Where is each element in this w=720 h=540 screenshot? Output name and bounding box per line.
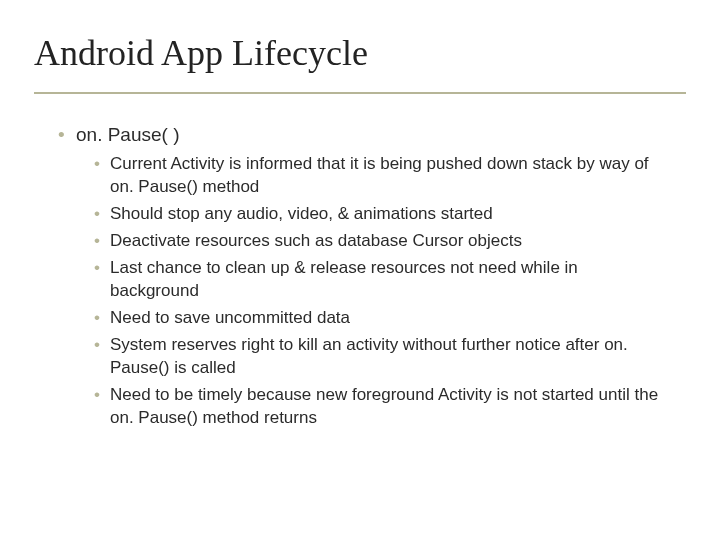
list-item-label: System reserves right to kill an activit… <box>110 335 628 377</box>
list-item: Current Activity is informed that it is … <box>94 153 670 199</box>
list-item-label: Last chance to clean up & release resour… <box>110 258 578 300</box>
list-item: Need to be timely because new foreground… <box>94 384 670 430</box>
list-item-label: on. Pause( ) <box>76 124 180 145</box>
list-item: Need to save uncommitted data <box>94 307 670 330</box>
bullet-list-level1: on. Pause( ) Current Activity is informe… <box>58 122 670 430</box>
list-item: System reserves right to kill an activit… <box>94 334 670 380</box>
slide-body: on. Pause( ) Current Activity is informe… <box>0 94 720 430</box>
list-item-label: Need to be timely because new foreground… <box>110 385 658 427</box>
list-item: Should stop any audio, video, & animatio… <box>94 203 670 226</box>
list-item: Deactivate resources such as database Cu… <box>94 230 670 253</box>
list-item: Last chance to clean up & release resour… <box>94 257 670 303</box>
list-item-label: Current Activity is informed that it is … <box>110 154 649 196</box>
list-item-label: Should stop any audio, video, & animatio… <box>110 204 493 223</box>
list-item: on. Pause( ) Current Activity is informe… <box>58 122 670 430</box>
list-item-label: Need to save uncommitted data <box>110 308 350 327</box>
slide-title: Android App Lifecycle <box>0 0 720 84</box>
slide: Android App Lifecycle on. Pause( ) Curre… <box>0 0 720 540</box>
bullet-list-level2: Current Activity is informed that it is … <box>94 153 670 429</box>
list-item-label: Deactivate resources such as database Cu… <box>110 231 522 250</box>
